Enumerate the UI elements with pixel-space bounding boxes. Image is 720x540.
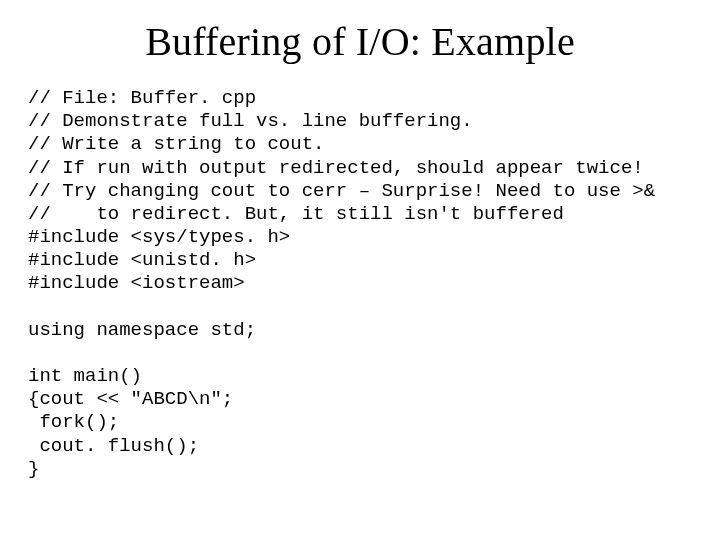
code-block: // File: Buffer. cpp // Demonstrate full… [28, 87, 692, 481]
code-line: #include <iostream> [28, 272, 245, 294]
code-line: using namespace std; [28, 319, 256, 341]
code-line: // File: Buffer. cpp [28, 87, 256, 109]
code-line: // Write a string to cout. [28, 133, 324, 155]
code-line: // to redirect. But, it still isn't buff… [28, 203, 564, 225]
slide-title: Buffering of I/O: Example [28, 18, 692, 65]
code-line: cout. flush(); [28, 435, 199, 457]
code-line: // If run with output redirected, should… [28, 157, 644, 179]
code-line: #include <sys/types. h> [28, 226, 290, 248]
code-line: fork(); [28, 411, 119, 433]
code-line: // Demonstrate full vs. line buffering. [28, 110, 473, 132]
slide: Buffering of I/O: Example // File: Buffe… [0, 0, 720, 540]
code-line: #include <unistd. h> [28, 249, 256, 271]
code-line: {cout << "ABCD\n"; [28, 388, 233, 410]
code-line: // Try changing cout to cerr – Surprise!… [28, 180, 655, 202]
code-line: int main() [28, 365, 142, 387]
code-line: } [28, 458, 39, 480]
